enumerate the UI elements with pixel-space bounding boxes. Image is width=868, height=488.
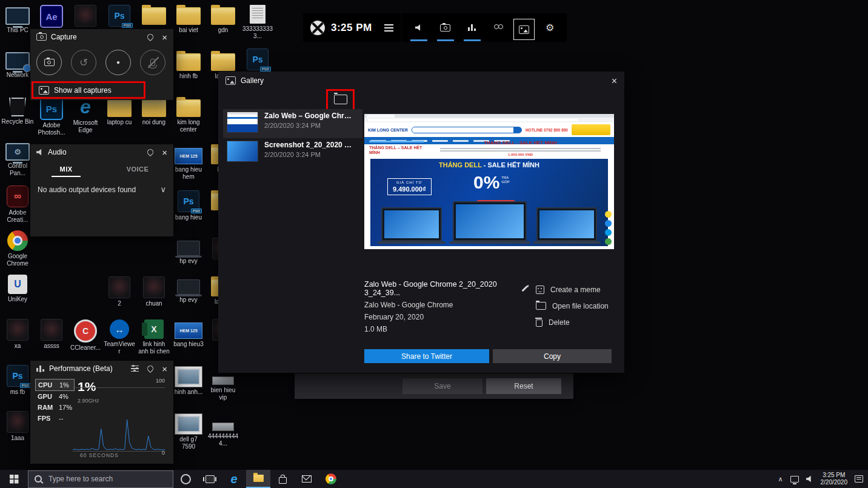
task-view-button[interactable] <box>198 470 222 488</box>
edge-button[interactable]: e <box>222 470 246 488</box>
start-recording-button[interactable]: ● <box>105 50 131 75</box>
desktop-icon[interactable]: CCCleaner... <box>69 318 102 352</box>
desktop-icon[interactable]: Google Chrome <box>1 229 34 267</box>
rename-icon[interactable] <box>522 286 528 292</box>
tab-mix[interactable]: MIX <box>30 161 102 177</box>
cortana-button[interactable] <box>173 470 198 488</box>
save-button[interactable]: Save <box>402 378 482 394</box>
capture-list-item[interactable]: Screenshot 2_20_2020 3_24... 2/20/2020 3… <box>223 138 362 167</box>
desktop-icon[interactable]: dell g7 7590 <box>172 411 205 450</box>
start-button[interactable] <box>0 470 28 488</box>
desktop-icon[interactable]: hinh anh... <box>172 364 205 396</box>
mail-button[interactable] <box>295 470 319 488</box>
pin-icon[interactable] <box>146 364 155 373</box>
desktop-icon[interactable]: gdn <box>207 4 239 34</box>
menu-icon[interactable] <box>384 24 393 32</box>
reset-button[interactable]: Reset <box>486 378 561 394</box>
gallery-widget-button[interactable] <box>513 19 535 40</box>
close-icon[interactable]: × <box>162 364 167 373</box>
open-captures-folder-button[interactable] <box>332 92 350 109</box>
capture-list-item[interactable]: Zalo Web – Google Chrome... 2/20/2020 3:… <box>223 109 362 138</box>
desktop-icon[interactable]: PsPSD <box>103 4 136 28</box>
desktop-icon[interactable]: kim long center <box>172 96 205 133</box>
desktop-icon[interactable]: ⚙Control Pan... <box>1 139 34 176</box>
performance-widget-button[interactable] <box>461 13 484 42</box>
volume-tray-icon[interactable] <box>806 475 813 483</box>
desktop-icon[interactable]: HEM 125bang hieu hem <box>172 143 205 180</box>
folder-icon <box>211 53 235 71</box>
desktop-icon[interactable]: assss <box>35 318 68 350</box>
share-to-twitter-button[interactable]: Share to Twitter <box>364 349 489 363</box>
desktop-icon[interactable]: chuan <box>138 275 170 307</box>
desktop-icon-label: bang hieu3 <box>172 341 205 348</box>
desktop-icon[interactable] <box>69 4 102 28</box>
close-icon[interactable]: × <box>162 148 167 157</box>
desktop-icon[interactable]: This PC <box>1 4 34 34</box>
taskbar-search[interactable] <box>28 470 173 488</box>
mic-toggle-button[interactable] <box>140 50 165 75</box>
desktop-icon[interactable]: xa <box>1 318 34 350</box>
create-meme-button[interactable]: Create a meme <box>536 281 609 298</box>
taskbar-clock[interactable]: 3:25 PM 2/20/2020 <box>821 472 848 487</box>
desktop-icon[interactable]: ↔TeamViewer <box>103 318 136 355</box>
desktop-icon[interactable]: 4444444444... <box>207 413 239 447</box>
desktop-icon[interactable]: PsPSDbang hieu <box>172 189 205 221</box>
options-icon[interactable] <box>131 366 139 372</box>
desktop-icon[interactable]: 3333333333... <box>241 2 274 39</box>
desktop-icon[interactable]: laptop cu <box>103 96 136 126</box>
close-icon[interactable]: × <box>162 33 167 42</box>
record-last-30s-button[interactable]: ↺ <box>71 50 96 75</box>
delete-button[interactable]: Delete <box>536 314 609 330</box>
open-file-location-button[interactable]: Open file location <box>536 298 609 314</box>
desktop-icon[interactable]: 2 <box>103 275 136 307</box>
preview-sale-banner: THÁNG DELL - SALE HẾT MÌNH GIÁ CHỈ TỪ 9.… <box>370 159 608 246</box>
desktop-icon[interactable]: Xlink hinh anh bi chen 2 <box>138 318 170 355</box>
desktop-icon[interactable]: Network <box>1 48 34 79</box>
stat-ram[interactable]: RAM17% <box>35 402 75 413</box>
desktop-icon[interactable]: 1aaa <box>1 410 34 442</box>
capture-details: Zalo Web - Google Chrome 2_20_2020 3_24_… <box>364 280 528 337</box>
desktop-icon[interactable]: PsPSD <box>241 47 274 72</box>
pc-icon <box>5 7 30 25</box>
search-input[interactable] <box>47 474 156 484</box>
desktop-icon[interactable]: PsPSDms fb <box>1 364 34 396</box>
chrome-button[interactable] <box>319 470 343 488</box>
tab-voice[interactable]: VOICE <box>102 161 173 177</box>
display-tray-icon[interactable] <box>790 476 799 483</box>
desktop-icon[interactable]: PsAdobe Photosh... <box>35 96 68 136</box>
tray-chevron-icon[interactable]: ∧ <box>778 475 783 483</box>
taskbar: e ∧ 3:25 PM 2/20/2020 <box>0 470 868 488</box>
desktop-icon-label: bang hieu hem <box>172 166 205 180</box>
pin-icon[interactable] <box>146 148 155 156</box>
desktop-icon[interactable]: noi dung <box>138 96 170 126</box>
desktop-icon[interactable]: eMicrosoft Edge <box>69 96 102 133</box>
desktop-icon[interactable]: hinh fb <box>172 50 205 80</box>
xbox-icon[interactable] <box>310 21 325 35</box>
desktop-icon[interactable]: ∞Adobe Creati... <box>1 184 34 223</box>
take-screenshot-button[interactable] <box>36 50 62 75</box>
copy-button[interactable]: Copy <box>493 349 612 363</box>
action-center-icon[interactable] <box>855 475 863 483</box>
show-all-captures-button[interactable]: Show all captures <box>32 81 145 99</box>
desktop-icon[interactable]: UUniKey <box>1 273 34 303</box>
store-icon <box>279 477 287 484</box>
capture-widget-button[interactable] <box>434 13 457 42</box>
stat-cpu[interactable]: CPU1% <box>35 379 75 391</box>
psd-icon: PsPSD <box>109 5 130 27</box>
settings-button[interactable]: ⚙ <box>538 13 561 42</box>
desktop-icon[interactable]: hp evy <box>172 275 205 304</box>
social-widget-button[interactable] <box>487 13 510 42</box>
stat-gpu[interactable]: GPU4% <box>35 391 75 402</box>
file-explorer-button[interactable] <box>246 470 270 488</box>
store-button[interactable] <box>270 470 295 488</box>
desktop-icon[interactable] <box>138 4 170 27</box>
chevron-down-icon[interactable]: ∨ <box>160 186 166 193</box>
stat-fps[interactable]: FPS-- <box>35 413 75 424</box>
desktop-icon[interactable]: Recycle Bin <box>1 95 34 125</box>
close-icon[interactable]: × <box>612 76 617 87</box>
desktop-icon[interactable]: HEM 125bang hieu3 <box>172 318 205 348</box>
pin-icon[interactable] <box>146 33 155 41</box>
audio-widget-button[interactable] <box>407 13 430 42</box>
desktop-icon[interactable]: bai viet <box>172 4 205 34</box>
desktop-icon[interactable]: hp evy <box>172 236 205 265</box>
